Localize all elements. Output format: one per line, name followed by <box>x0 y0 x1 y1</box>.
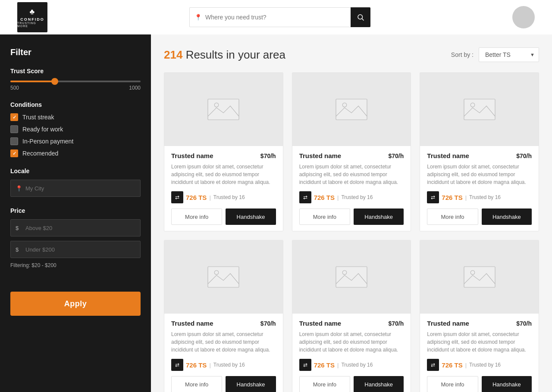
placeholder-image-icon <box>206 264 241 290</box>
card-body-4: Trusted name $70/h Lorem ipsum dolor sit… <box>164 314 283 392</box>
main-content: 214 Results in your area Sort by : Bette… <box>151 34 552 392</box>
apply-button[interactable]: Apply <box>10 292 141 316</box>
card-name-2: Trusted name <box>299 152 342 159</box>
trust-icon-1: ⇄ <box>171 191 183 203</box>
logo-tagline: TRUSTING MORE <box>17 22 47 28</box>
trust-icon-6: ⇄ <box>427 359 439 371</box>
search-button[interactable] <box>351 7 370 27</box>
card-image-4 <box>164 240 283 314</box>
sort-wrap: Sort by : Better TS Price Asc Price Desc… <box>451 47 539 62</box>
card-3: Trusted name $70/h Lorem ipsum dolor sit… <box>420 72 539 231</box>
dollar-icon-above: $ <box>16 225 19 231</box>
search-input[interactable] <box>189 7 351 27</box>
checkbox-in-person-payment[interactable] <box>10 137 18 145</box>
trusted-by-2: Trusted by 16 <box>341 194 373 200</box>
price-under-wrap: $ <box>10 241 141 258</box>
cards-grid: Trusted name $70/h Lorem ipsum dolor sit… <box>164 72 539 392</box>
trust-divider-5: | <box>337 362 339 368</box>
card-image-5 <box>292 240 411 314</box>
trust-icon-2: ⇄ <box>299 191 311 203</box>
svg-rect-2 <box>208 99 239 120</box>
card-name-4: Trusted name <box>171 320 213 327</box>
card-description-5: Lorem ipsum dolor sit amet, consectetur … <box>299 330 404 354</box>
card-header-1: Trusted name $70/h <box>171 152 276 159</box>
header: ♣ CONFIDO TRUSTING MORE 📍 <box>0 0 552 34</box>
card-image-3 <box>420 73 539 146</box>
card-actions-1: More info Handshake <box>171 208 276 225</box>
trust-score-label: Trust Score <box>10 68 141 75</box>
slider-track[interactable] <box>10 81 141 82</box>
checkbox-ready-for-work[interactable] <box>10 125 18 133</box>
card-price-4: $70/h <box>260 320 276 327</box>
handshake-button-1[interactable]: Handshake <box>226 208 276 225</box>
sort-select[interactable]: Better TS Price Asc Price Desc <box>479 47 539 62</box>
more-info-button-4[interactable]: More info <box>171 376 222 392</box>
dollar-icon-under: $ <box>16 246 19 253</box>
sort-label: Sort by : <box>451 51 474 58</box>
more-info-button-6[interactable]: More info <box>427 376 478 392</box>
trusted-by-3: Trusted by 16 <box>469 194 501 200</box>
more-info-button-3[interactable]: More info <box>427 208 478 225</box>
card-trust-3: ⇄ 726 TS | Trusted by 16 <box>427 191 532 203</box>
condition-label-in-person-payment: In-Person payment <box>22 138 73 145</box>
card-description-6: Lorem ipsum dolor sit amet, consectetur … <box>427 330 532 354</box>
condition-label-ready-for-work: Ready for work <box>22 126 63 133</box>
sort-select-wrap: Better TS Price Asc Price Desc ▼ <box>479 47 539 62</box>
results-count: 214 <box>164 48 182 61</box>
handshake-button-3[interactable]: Handshake <box>482 208 532 225</box>
results-label: Results in your area <box>186 48 285 61</box>
more-info-button-5[interactable]: More info <box>299 376 350 392</box>
sidebar: Filter Trust Score 500 1000 Conditions <box>0 34 151 392</box>
card-header-5: Trusted name $70/h <box>299 320 404 327</box>
checkbox-trust-streak[interactable] <box>10 113 18 121</box>
slider-thumb[interactable] <box>51 78 58 85</box>
card-name-6: Trusted name <box>427 320 469 327</box>
card-name-1: Trusted name <box>171 152 213 159</box>
price-under-input[interactable] <box>10 241 141 258</box>
condition-label-recommended: Recomended <box>22 150 58 157</box>
placeholder-image-icon <box>462 96 497 122</box>
condition-in-person-payment[interactable]: In-Person payment <box>10 137 141 145</box>
avatar[interactable] <box>512 6 535 28</box>
logo-name: CONFIDO <box>20 17 44 22</box>
card-5: Trusted name $70/h Lorem ipsum dolor sit… <box>292 240 411 392</box>
trust-divider-3: | <box>465 194 467 201</box>
logo[interactable]: ♣ CONFIDO TRUSTING MORE <box>17 2 47 32</box>
card-header-2: Trusted name $70/h <box>299 152 404 159</box>
card-price-6: $70/h <box>516 320 532 327</box>
card-6: Trusted name $70/h Lorem ipsum dolor sit… <box>420 240 539 392</box>
checkbox-recommended[interactable] <box>10 149 18 157</box>
condition-recommended[interactable]: Recomended <box>10 149 141 157</box>
placeholder-image-icon <box>334 96 369 122</box>
card-body-2: Trusted name $70/h Lorem ipsum dolor sit… <box>292 146 411 231</box>
svg-rect-8 <box>208 267 239 287</box>
handshake-button-5[interactable]: Handshake <box>354 376 404 392</box>
condition-ready-for-work[interactable]: Ready for work <box>10 125 141 133</box>
handshake-button-2[interactable]: Handshake <box>354 208 404 225</box>
more-info-button-2[interactable]: More info <box>299 208 350 225</box>
trust-icon-4: ⇄ <box>171 359 183 371</box>
handshake-button-6[interactable]: Handshake <box>482 376 532 392</box>
card-body-5: Trusted name $70/h Lorem ipsum dolor sit… <box>292 314 411 392</box>
more-info-button-1[interactable]: More info <box>171 208 222 225</box>
card-trust-4: ⇄ 726 TS | Trusted by 16 <box>171 359 276 371</box>
slider-max: 1000 <box>129 85 141 91</box>
placeholder-image-icon <box>334 264 369 290</box>
card-description-4: Lorem ipsum dolor sit amet, consectetur … <box>171 330 276 354</box>
card-description-1: Lorem ipsum dolor sit amet, consectetur … <box>171 163 276 186</box>
handshake-button-4[interactable]: Handshake <box>226 376 276 392</box>
trust-score-3: 726 TS <box>442 194 462 201</box>
condition-trust-streak[interactable]: Trust streak <box>10 113 141 121</box>
card-trust-6: ⇄ 726 TS | Trusted by 16 <box>427 359 532 371</box>
card-image-6 <box>420 240 539 314</box>
city-input[interactable] <box>10 180 141 197</box>
card-price-3: $70/h <box>516 152 532 159</box>
card-name-5: Trusted name <box>299 320 342 327</box>
trusted-by-4: Trusted by 16 <box>213 362 245 368</box>
slider-fill <box>10 81 55 82</box>
trust-score-6: 726 TS <box>442 361 462 369</box>
price-above-input[interactable] <box>10 219 141 236</box>
card-actions-3: More info Handshake <box>427 208 532 225</box>
card-trust-5: ⇄ 726 TS | Trusted by 16 <box>299 359 404 371</box>
locale-pin-icon: 📍 <box>16 185 22 192</box>
